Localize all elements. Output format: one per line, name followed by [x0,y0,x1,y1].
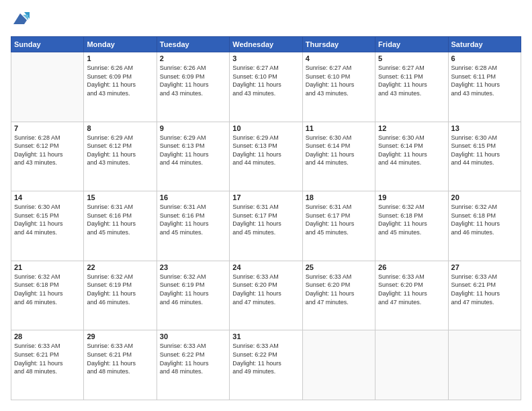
calendar-cell: 12Sunrise: 6:30 AMSunset: 6:14 PMDayligh… [375,122,448,191]
calendar-week-row: 21Sunrise: 6:32 AMSunset: 6:18 PMDayligh… [11,261,521,330]
day-info: Sunrise: 6:32 AMSunset: 6:18 PMDaylight:… [451,203,518,236]
calendar-cell: 20Sunrise: 6:32 AMSunset: 6:18 PMDayligh… [448,191,521,261]
calendar-cell: 11Sunrise: 6:30 AMSunset: 6:14 PMDayligh… [302,122,375,191]
day-number: 27 [451,263,518,271]
calendar-cell: 18Sunrise: 6:31 AMSunset: 6:17 PMDayligh… [302,191,375,261]
calendar-cell: 7Sunrise: 6:28 AMSunset: 6:12 PMDaylight… [11,122,84,191]
day-info: Sunrise: 6:28 AMSunset: 6:12 PMDaylight:… [14,134,81,167]
day-info: Sunrise: 6:31 AMSunset: 6:16 PMDaylight:… [160,203,226,236]
calendar-cell: 9Sunrise: 6:29 AMSunset: 6:13 PMDaylight… [157,122,229,191]
day-info: Sunrise: 6:33 AMSunset: 6:20 PMDaylight:… [378,273,445,306]
calendar-cell: 6Sunrise: 6:28 AMSunset: 6:11 PMDaylight… [448,52,521,122]
day-number: 9 [160,124,226,132]
day-info: Sunrise: 6:27 AMSunset: 6:10 PMDaylight:… [232,64,299,97]
day-number: 31 [232,332,299,340]
day-number: 5 [378,54,445,62]
calendar-cell: 19Sunrise: 6:32 AMSunset: 6:18 PMDayligh… [375,191,448,261]
day-info: Sunrise: 6:29 AMSunset: 6:12 PMDaylight:… [87,134,153,167]
calendar-cell: 27Sunrise: 6:33 AMSunset: 6:21 PMDayligh… [448,261,521,330]
day-number: 25 [306,263,372,271]
day-info: Sunrise: 6:27 AMSunset: 6:10 PMDaylight:… [306,64,372,97]
calendar-cell: 25Sunrise: 6:33 AMSunset: 6:20 PMDayligh… [302,261,375,330]
day-info: Sunrise: 6:33 AMSunset: 6:22 PMDaylight:… [232,342,299,375]
day-info: Sunrise: 6:30 AMSunset: 6:15 PMDaylight:… [451,134,518,167]
day-number: 21 [14,263,81,271]
day-number: 18 [306,193,372,201]
calendar-cell: 31Sunrise: 6:33 AMSunset: 6:22 PMDayligh… [230,330,302,400]
day-info: Sunrise: 6:29 AMSunset: 6:13 PMDaylight:… [160,134,226,167]
day-number: 24 [232,263,299,271]
logo-icon [11,11,30,30]
day-number: 10 [232,124,299,132]
day-number: 6 [451,54,518,62]
calendar-cell: 15Sunrise: 6:31 AMSunset: 6:16 PMDayligh… [84,191,157,261]
calendar-cell: 14Sunrise: 6:30 AMSunset: 6:15 PMDayligh… [11,191,84,261]
day-number: 22 [87,263,153,271]
day-info: Sunrise: 6:33 AMSunset: 6:21 PMDaylight:… [451,273,518,306]
day-number: 7 [14,124,81,132]
day-info: Sunrise: 6:32 AMSunset: 6:19 PMDaylight:… [87,273,153,306]
calendar-cell: 3Sunrise: 6:27 AMSunset: 6:10 PMDaylight… [230,52,302,122]
weekday-header: Friday [375,37,448,52]
calendar-cell: 29Sunrise: 6:33 AMSunset: 6:21 PMDayligh… [84,330,157,400]
day-info: Sunrise: 6:31 AMSunset: 6:17 PMDaylight:… [306,203,372,236]
day-number: 13 [451,124,518,132]
day-info: Sunrise: 6:29 AMSunset: 6:13 PMDaylight:… [232,134,299,167]
logo [11,11,32,30]
day-number: 11 [306,124,372,132]
day-info: Sunrise: 6:33 AMSunset: 6:21 PMDaylight:… [14,342,81,375]
calendar-cell: 1Sunrise: 6:26 AMSunset: 6:09 PMDaylight… [84,52,157,122]
day-number: 16 [160,193,226,201]
day-number: 3 [232,54,299,62]
day-info: Sunrise: 6:33 AMSunset: 6:20 PMDaylight:… [232,273,299,306]
day-info: Sunrise: 6:33 AMSunset: 6:21 PMDaylight:… [87,342,153,375]
calendar-cell: 10Sunrise: 6:29 AMSunset: 6:13 PMDayligh… [230,122,302,191]
day-info: Sunrise: 6:33 AMSunset: 6:20 PMDaylight:… [306,273,372,306]
weekday-header: Monday [84,37,157,52]
day-info: Sunrise: 6:31 AMSunset: 6:17 PMDaylight:… [232,203,299,236]
day-number: 12 [378,124,445,132]
day-number: 23 [160,263,226,271]
weekday-header: Wednesday [230,37,302,52]
calendar-cell [448,330,521,400]
day-info: Sunrise: 6:31 AMSunset: 6:16 PMDaylight:… [87,203,153,236]
day-info: Sunrise: 6:26 AMSunset: 6:09 PMDaylight:… [87,64,153,97]
day-number: 1 [87,54,153,62]
calendar-cell: 21Sunrise: 6:32 AMSunset: 6:18 PMDayligh… [11,261,84,330]
calendar-cell: 16Sunrise: 6:31 AMSunset: 6:16 PMDayligh… [157,191,229,261]
day-number: 29 [87,332,153,340]
calendar-cell: 28Sunrise: 6:33 AMSunset: 6:21 PMDayligh… [11,330,84,400]
calendar-cell [11,52,84,122]
weekday-header: Tuesday [157,37,229,52]
calendar-cell: 4Sunrise: 6:27 AMSunset: 6:10 PMDaylight… [302,52,375,122]
day-info: Sunrise: 6:32 AMSunset: 6:19 PMDaylight:… [160,273,226,306]
weekday-header: Thursday [302,37,375,52]
calendar-table: SundayMondayTuesdayWednesdayThursdayFrid… [11,36,521,400]
calendar-week-row: 7Sunrise: 6:28 AMSunset: 6:12 PMDaylight… [11,122,521,191]
day-info: Sunrise: 6:30 AMSunset: 6:14 PMDaylight:… [306,134,372,167]
page-header [11,11,521,30]
calendar-cell [302,330,375,400]
day-info: Sunrise: 6:26 AMSunset: 6:09 PMDaylight:… [160,64,226,97]
day-info: Sunrise: 6:33 AMSunset: 6:22 PMDaylight:… [160,342,226,375]
calendar-cell: 5Sunrise: 6:27 AMSunset: 6:11 PMDaylight… [375,52,448,122]
calendar-cell: 24Sunrise: 6:33 AMSunset: 6:20 PMDayligh… [230,261,302,330]
calendar-cell [375,330,448,400]
day-number: 17 [232,193,299,201]
calendar-cell: 2Sunrise: 6:26 AMSunset: 6:09 PMDaylight… [157,52,229,122]
day-number: 8 [87,124,153,132]
calendar-cell: 30Sunrise: 6:33 AMSunset: 6:22 PMDayligh… [157,330,229,400]
day-info: Sunrise: 6:32 AMSunset: 6:18 PMDaylight:… [378,203,445,236]
day-number: 28 [14,332,81,340]
day-info: Sunrise: 6:30 AMSunset: 6:14 PMDaylight:… [378,134,445,167]
calendar-week-row: 1Sunrise: 6:26 AMSunset: 6:09 PMDaylight… [11,52,521,122]
day-number: 14 [14,193,81,201]
day-info: Sunrise: 6:28 AMSunset: 6:11 PMDaylight:… [451,64,518,97]
day-number: 15 [87,193,153,201]
day-info: Sunrise: 6:32 AMSunset: 6:18 PMDaylight:… [14,273,81,306]
calendar-cell: 8Sunrise: 6:29 AMSunset: 6:12 PMDaylight… [84,122,157,191]
weekday-header-row: SundayMondayTuesdayWednesdayThursdayFrid… [11,37,521,52]
day-number: 4 [306,54,372,62]
day-number: 2 [160,54,226,62]
calendar-week-row: 14Sunrise: 6:30 AMSunset: 6:15 PMDayligh… [11,191,521,261]
